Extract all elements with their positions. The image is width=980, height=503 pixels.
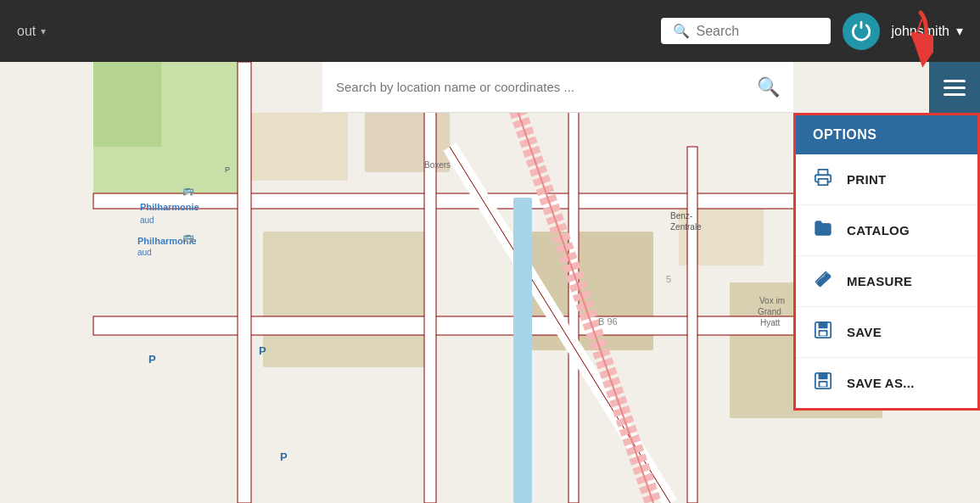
svg-text:Benz-: Benz- xyxy=(670,211,692,221)
svg-text:Boxers: Boxers xyxy=(424,160,451,170)
navbar-search-input[interactable] xyxy=(697,24,819,39)
catalog-label: CATALOG xyxy=(847,223,910,238)
svg-rect-49 xyxy=(820,332,826,336)
location-search-input[interactable] xyxy=(336,80,750,94)
hamburger-icon xyxy=(944,80,966,96)
svg-rect-14 xyxy=(687,147,697,503)
svg-text:P: P xyxy=(259,344,266,357)
measure-label: MEASURE xyxy=(847,274,912,288)
svg-text:Hyatt: Hyatt xyxy=(760,318,781,327)
svg-rect-47 xyxy=(819,322,828,328)
svg-text:Grand: Grand xyxy=(758,307,781,316)
svg-line-17 xyxy=(501,62,653,503)
svg-rect-0 xyxy=(93,62,887,503)
svg-rect-5 xyxy=(263,232,433,367)
options-save-as[interactable]: SAVE AS... xyxy=(796,358,977,408)
navbar: out ▾ 🔍 johnsmith ▾ ↓ xyxy=(0,0,980,62)
svg-rect-19 xyxy=(513,198,532,503)
power-button[interactable] xyxy=(843,13,880,50)
navbar-left: out ▾ xyxy=(17,24,46,39)
options-save[interactable]: SAVE xyxy=(796,307,977,358)
svg-text:P: P xyxy=(148,353,156,366)
svg-text:P: P xyxy=(225,165,230,174)
search-overlay: 🔍 xyxy=(322,62,793,113)
svg-rect-7 xyxy=(679,198,764,265)
svg-text:Philharmonie: Philharmonie xyxy=(140,202,199,212)
svg-text:Zentrale: Zentrale xyxy=(670,222,702,232)
svg-line-16 xyxy=(450,147,670,503)
save-as-label: SAVE AS... xyxy=(847,376,915,390)
svg-text:🚌: 🚌 xyxy=(182,231,194,243)
save-as-icon xyxy=(813,372,833,394)
svg-rect-12 xyxy=(424,62,436,503)
save-label: SAVE xyxy=(847,325,882,339)
svg-rect-6 xyxy=(518,232,653,350)
svg-text:Vox im: Vox im xyxy=(759,296,785,305)
svg-text:Philharmonie: Philharmonie xyxy=(137,236,197,246)
options-measure[interactable]: MEASURE xyxy=(796,256,977,307)
username: johnsmith xyxy=(892,24,949,39)
navbar-search-bar[interactable]: 🔍 xyxy=(661,18,831,44)
svg-text:B 96: B 96 xyxy=(598,316,618,327)
folder-icon xyxy=(813,219,833,242)
save-icon xyxy=(813,321,833,344)
svg-rect-13 xyxy=(568,62,579,503)
navbar-search-icon: 🔍 xyxy=(673,23,690,39)
nav-chevron[interactable]: ▾ xyxy=(41,25,46,37)
svg-text:aud: aud xyxy=(140,215,154,225)
options-header: OPTIONS xyxy=(796,115,977,154)
svg-text:🚌: 🚌 xyxy=(182,184,194,196)
map-area: Philharmonie aud Philharmonie aud Boxers… xyxy=(0,62,980,503)
svg-line-15 xyxy=(450,147,670,503)
svg-rect-51 xyxy=(819,373,828,379)
svg-text:5: 5 xyxy=(666,274,671,284)
svg-line-18 xyxy=(501,62,653,503)
svg-rect-1 xyxy=(93,62,246,198)
options-print[interactable]: PRINT xyxy=(796,154,977,205)
print-icon xyxy=(813,168,833,191)
svg-text:P: P xyxy=(280,450,288,463)
options-catalog[interactable]: CATALOG xyxy=(796,205,977,256)
svg-rect-9 xyxy=(93,193,887,209)
print-label: PRINT xyxy=(847,172,887,187)
svg-rect-2 xyxy=(93,62,161,147)
svg-text:aud: aud xyxy=(137,248,152,257)
svg-rect-39 xyxy=(819,179,828,185)
nav-label: out xyxy=(17,24,36,39)
user-chevron: ▾ xyxy=(956,23,963,39)
user-menu[interactable]: johnsmith ▾ xyxy=(892,23,963,39)
svg-rect-53 xyxy=(820,383,826,387)
svg-rect-3 xyxy=(246,113,348,181)
location-search-icon[interactable]: 🔍 xyxy=(757,76,780,98)
svg-rect-11 xyxy=(238,62,251,503)
ruler-icon xyxy=(813,270,833,293)
svg-rect-10 xyxy=(93,316,887,335)
hamburger-button[interactable] xyxy=(929,62,980,113)
options-panel: OPTIONS PRINT CATALOG xyxy=(793,113,980,411)
